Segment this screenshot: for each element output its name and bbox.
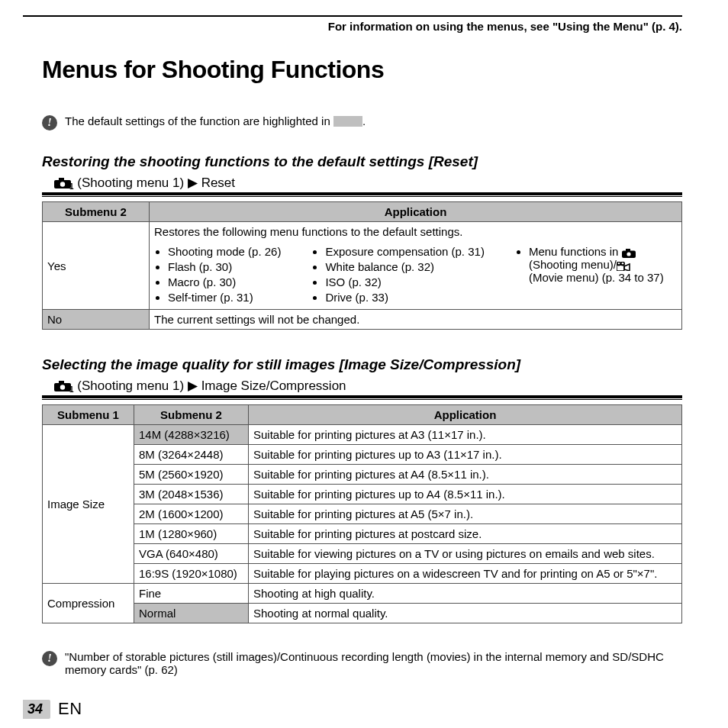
iq-th-app: Application [249,405,682,425]
table-row: CompressionFineShooting at high quality. [43,584,682,604]
svg-point-2 [60,182,65,186]
iq-size-label: Image Size [43,425,134,584]
reset-path-prefix: (Shooting menu 1) [77,176,188,190]
list-item: Menu functions in (Shooting menu)/ (Movi… [529,245,664,284]
camera-icon [54,178,71,188]
iq-size-value: VGA (640×480) [134,544,249,564]
iq-comp-value: Fine [134,584,249,604]
iq-path-prefix: (Shooting menu 1) [77,378,188,393]
footnote-text: "Number of storable pictures (still imag… [65,650,682,676]
list-item: ISO (p. 32) [325,275,484,288]
list-item: Drive (p. 33) [325,291,484,304]
iq-comp-value: Normal [134,604,249,623]
camera-subscript: 1 [69,182,74,191]
iq-size-value: 2M (1600×1200) [134,504,249,524]
list-item: Shooting mode (p. 26) [168,245,281,258]
iq-size-app: Suitable for viewing pictures on a TV or… [249,544,682,564]
iq-comp-app: Shooting at normal quality. [249,604,682,623]
iq-size-app: Suitable for printing pictures up to A3 … [249,445,682,465]
intro-note-text: The default settings of the function are… [65,114,366,127]
iq-size-app: Suitable for playing pictures on a wides… [249,564,682,584]
reset-col1: Shooting mode (p. 26) Flash (p. 30) Macr… [154,243,281,306]
iq-heading: Selecting the image quality for still im… [42,356,682,373]
reset-heading: Restoring the shooting functions to the … [42,153,682,170]
reset-menu-path: 1 (Shooting menu 1) ▶ Reset [42,173,682,195]
svg-point-7 [617,262,620,265]
table-row: 16:9S (1920×1080)Suitable for playing pi… [43,564,682,584]
reset-no-label: No [43,310,150,330]
camera-icon [54,381,71,391]
reset-no-text: The current settings will not be changed… [150,310,682,330]
footnote: ! "Number of storable pictures (still im… [42,650,682,676]
highlight-swatch-icon [333,116,362,127]
table-row: 2M (1600×1200)Suitable for printing pict… [43,504,682,524]
list-item: Exposure compensation (p. 31) [325,245,484,258]
iq-menu-path: 1 (Shooting menu 1) ▶ Image Size/Compres… [42,376,682,398]
reset-yes-intro: Restores the following menu functions to… [154,225,677,238]
iq-size-value: 14M (4288×3216) [134,425,249,445]
table-row: 8M (3264×2448)Suitable for printing pict… [43,445,682,465]
reset-col2: Exposure compensation (p. 31) White bala… [311,243,484,306]
svg-rect-10 [59,381,64,384]
reset-table: Submenu 2 Application Yes Restores the f… [42,201,682,330]
table-row: 5M (2560×1920)Suitable for printing pict… [43,465,682,485]
reset-col3: Menu functions in (Shooting menu)/ (Movi… [515,243,664,306]
page-footer: 34 EN [23,699,682,719]
iq-size-app: Suitable for printing pictures at A4 (8.… [249,465,682,485]
svg-rect-4 [626,249,630,251]
camera-icon [622,245,636,258]
header-crossref: For information on using the menus, see … [23,20,682,33]
list-item: Flash (p. 30) [168,260,281,273]
iq-size-app: Suitable for printing pictures at A5 (5×… [249,504,682,524]
iq-th-sub1: Submenu 1 [43,405,134,425]
iq-size-app: Suitable for printing pictures up to A4 … [249,485,682,504]
iq-size-value: 5M (2560×1920) [134,465,249,485]
iq-size-value: 3M (2048×1536) [134,485,249,504]
list-item: Macro (p. 30) [168,275,281,288]
iq-size-app: Suitable for printing pictures at A3 (11… [249,425,682,445]
iq-comp-app: Shooting at high quality. [249,584,682,604]
iq-th-sub2: Submenu 2 [134,405,249,425]
list-item: Self-timer (p. 31) [168,291,281,304]
table-row: Image Size14M (4288×3216)Suitable for pr… [43,425,682,445]
table-row: VGA (640×480)Suitable for viewing pictur… [43,544,682,564]
iq-comp-label: Compression [43,584,134,623]
table-row: 3M (2048×1536)Suitable for printing pict… [43,485,682,504]
iq-size-value: 8M (3264×2448) [134,445,249,465]
reset-yes-label: Yes [43,222,150,310]
page-number: 34 [23,700,50,719]
exclamation-icon: ! [42,115,57,130]
table-row: 1M (1280×960)Suitable for printing pictu… [43,524,682,544]
list-item: White balance (p. 32) [325,260,484,273]
iq-size-app: Suitable for printing pictures at postca… [249,524,682,544]
svg-point-5 [627,252,630,256]
reset-yes-cell: Restores the following menu functions to… [150,222,682,310]
iq-table: Submenu 1 Submenu 2 Application Image Si… [42,404,682,623]
iq-size-value: 16:9S (1920×1080) [134,564,249,584]
svg-rect-1 [59,178,64,181]
reset-th-sub2: Submenu 2 [43,202,150,222]
svg-point-8 [621,262,624,265]
language-code: EN [58,699,82,719]
iq-size-value: 1M (1280×960) [134,524,249,544]
page-title: Menus for Shooting Functions [42,56,682,84]
reset-path-target: Reset [201,176,235,190]
camera-subscript: 1 [69,385,74,394]
reset-th-app: Application [150,202,682,222]
table-row: NormalShooting at normal quality. [43,604,682,623]
svg-point-11 [60,385,65,389]
movie-icon [617,258,630,271]
iq-path-target: Image Size/Compression [201,378,346,393]
intro-note: ! The default settings of the function a… [42,114,682,130]
exclamation-icon: ! [42,651,57,666]
